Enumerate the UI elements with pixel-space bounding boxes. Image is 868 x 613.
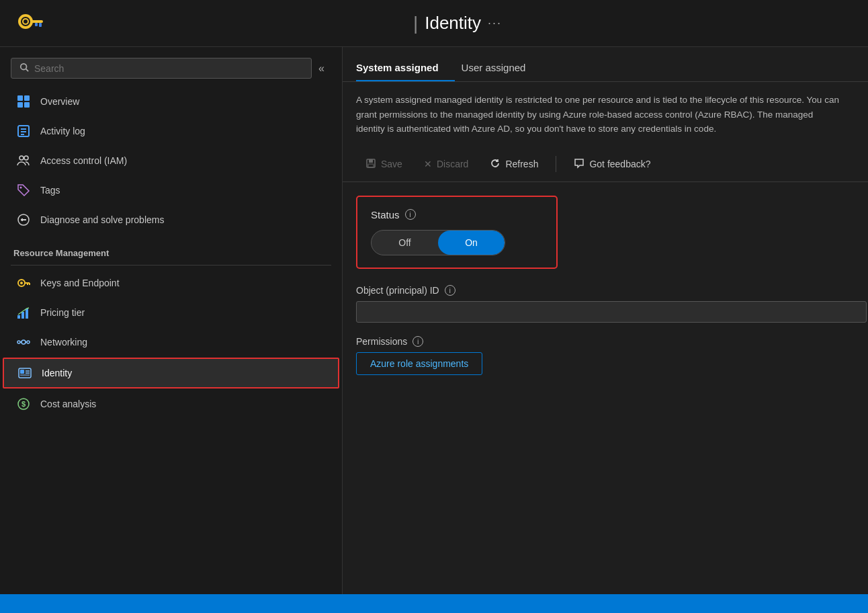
svg-rect-29 (21, 312, 24, 319)
svg-point-6 (21, 64, 27, 70)
description-text: A system assigned managed identity is re… (343, 82, 853, 147)
sidebar-item-networking[interactable]: Networking (3, 328, 339, 356)
networking-icon (16, 335, 31, 350)
cost-icon: $ (16, 397, 31, 411)
sidebar-item-overview[interactable]: Overview (3, 87, 339, 116)
save-icon (365, 158, 376, 171)
svg-rect-44 (369, 159, 373, 163)
tab-user-assigned[interactable]: User assigned (462, 55, 542, 81)
sidebar-item-label: Overview (40, 96, 79, 107)
sidebar-item-identity[interactable]: Identity (3, 358, 339, 389)
object-id-input[interactable] (356, 301, 867, 323)
sidebar: « Overview Activity log Access control (… (0, 47, 343, 594)
svg-point-5 (24, 19, 28, 24)
content-body: Status i Off On Object (principal) ID i (343, 182, 868, 594)
access-control-icon (16, 153, 31, 168)
object-id-label: Object (principal) ID i (356, 285, 855, 296)
sidebar-item-access-control[interactable]: Access control (IAM) (3, 147, 339, 175)
svg-rect-8 (17, 95, 23, 101)
sidebar-item-activity-log[interactable]: Activity log (3, 117, 339, 145)
sidebar-item-label: Diagnose and solve problems (40, 214, 164, 225)
resource-management-section-title: Resource Management (0, 240, 342, 262)
app-logo (13, 7, 47, 40)
discard-button[interactable]: ✕ Discard (415, 155, 478, 173)
svg-point-32 (17, 341, 20, 343)
save-label: Save (381, 159, 402, 169)
identity-icon (17, 366, 32, 380)
object-id-info-icon[interactable]: i (445, 285, 455, 296)
svg-point-33 (27, 341, 30, 343)
diagnose-icon (16, 212, 31, 227)
keys-icon (16, 276, 31, 290)
top-bar: | Identity ··· (0, 0, 868, 47)
title-separator: | (413, 13, 418, 34)
refresh-button[interactable]: Refresh (480, 154, 548, 175)
tags-icon (16, 183, 31, 198)
svg-rect-2 (31, 20, 43, 23)
svg-point-31 (21, 340, 26, 344)
azure-role-assignments-button[interactable]: Azure role assignments (356, 352, 482, 375)
permissions-label: Permissions i (356, 336, 855, 347)
section-divider (11, 265, 331, 265)
svg-rect-28 (17, 315, 20, 319)
sidebar-item-tags[interactable]: Tags (3, 176, 339, 204)
svg-rect-30 (26, 309, 28, 319)
svg-rect-4 (35, 23, 38, 26)
status-text: Status (371, 209, 400, 220)
permissions-section: Permissions i Azure role assignments (356, 336, 855, 375)
toolbar-separator (556, 156, 556, 172)
sidebar-item-diagnose[interactable]: Diagnose and solve problems (3, 206, 339, 234)
sidebar-item-label: Pricing tier (40, 307, 85, 318)
search-bar: « (11, 58, 331, 79)
toolbar: Save ✕ Discard Refresh Got feedback? (343, 147, 868, 182)
page-title: Identity (425, 13, 481, 34)
object-id-text: Object (principal) ID (356, 285, 439, 296)
tab-system-assigned[interactable]: System assigned (356, 55, 455, 81)
page-title-bar: | Identity ··· (60, 13, 855, 34)
svg-point-17 (24, 156, 28, 160)
activity-log-icon (16, 124, 31, 138)
sidebar-item-label: Keys and Endpoint (40, 278, 120, 288)
discard-label: Discard (437, 159, 468, 169)
feedback-icon (574, 158, 584, 171)
refresh-label: Refresh (505, 159, 538, 169)
sidebar-item-label: Access control (IAM) (40, 155, 127, 166)
svg-point-18 (20, 187, 22, 189)
content-area: System assigned User assigned A system a… (343, 47, 868, 594)
sidebar-item-label: Activity log (40, 126, 85, 136)
object-id-section: Object (principal) ID i (356, 285, 855, 323)
toggle-on-option[interactable]: On (438, 231, 505, 255)
bottom-bar (0, 594, 868, 613)
toggle-off-option[interactable]: Off (372, 231, 438, 255)
sidebar-item-label: Tags (40, 185, 60, 196)
search-icon (19, 63, 29, 74)
svg-rect-3 (39, 23, 42, 27)
svg-rect-10 (17, 102, 23, 108)
save-button[interactable]: Save (356, 154, 412, 175)
status-toggle[interactable]: Off On (371, 230, 505, 255)
main-layout: « Overview Activity log Access control (… (0, 47, 868, 594)
svg-point-24 (20, 282, 23, 284)
svg-point-16 (19, 156, 24, 160)
svg-rect-11 (24, 102, 30, 108)
search-input-wrapper[interactable] (11, 58, 312, 79)
sidebar-item-keys-endpoint[interactable]: Keys and Endpoint (3, 269, 339, 297)
search-input[interactable] (34, 63, 303, 74)
svg-rect-37 (20, 370, 24, 374)
feedback-button[interactable]: Got feedback? (564, 154, 660, 175)
svg-text:$: $ (21, 400, 26, 408)
svg-rect-9 (24, 95, 30, 101)
overview-icon (16, 94, 31, 109)
tabs-bar: System assigned User assigned (343, 55, 868, 82)
pricing-icon (16, 305, 31, 320)
permissions-text: Permissions (356, 336, 407, 347)
sidebar-item-cost-analysis[interactable]: $ Cost analysis (3, 390, 339, 418)
permissions-info-icon[interactable]: i (413, 336, 423, 347)
status-section: Status i Off On (356, 196, 558, 269)
discard-icon: ✕ (424, 159, 432, 169)
collapse-sidebar-button[interactable]: « (312, 60, 331, 77)
feedback-label: Got feedback? (589, 159, 650, 169)
status-info-icon[interactable]: i (405, 209, 416, 220)
more-options-icon[interactable]: ··· (488, 16, 502, 30)
sidebar-item-pricing-tier[interactable]: Pricing tier (3, 298, 339, 327)
